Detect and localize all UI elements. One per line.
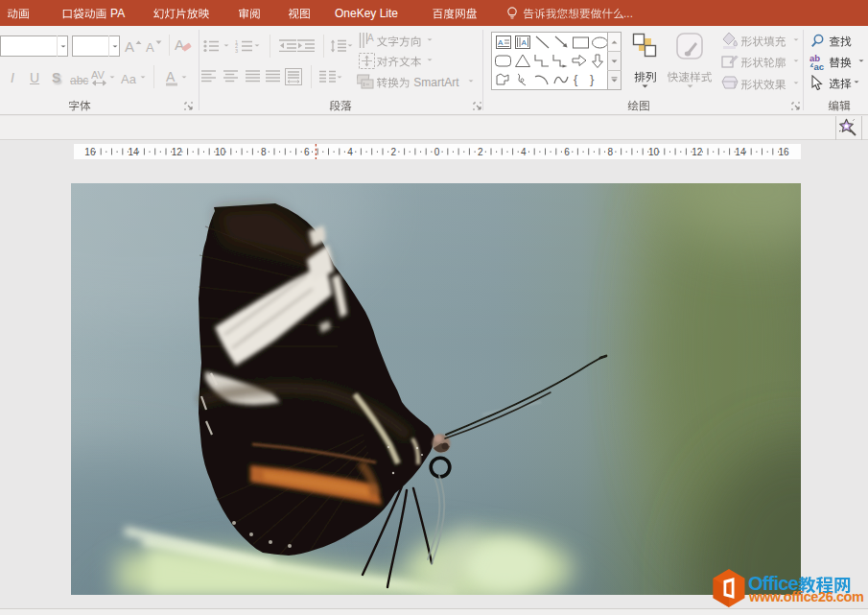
svg-text:10: 10 [648, 147, 660, 157]
svg-text:0: 0 [434, 147, 440, 157]
svg-text:10: 10 [215, 147, 226, 157]
svg-text:8: 8 [608, 147, 614, 157]
svg-text:14: 14 [129, 147, 140, 157]
svg-text:6: 6 [304, 147, 310, 157]
svg-text:16: 16 [84, 147, 96, 157]
svg-text:14: 14 [735, 147, 746, 157]
svg-text:6: 6 [564, 147, 570, 157]
svg-text:2: 2 [391, 147, 397, 157]
svg-text:4: 4 [347, 147, 353, 157]
svg-text:16: 16 [779, 147, 790, 157]
svg-text:12: 12 [172, 147, 183, 157]
svg-text:4: 4 [521, 147, 527, 157]
svg-text:2: 2 [478, 147, 483, 157]
svg-text:12: 12 [692, 147, 703, 157]
svg-text:8: 8 [261, 147, 267, 157]
